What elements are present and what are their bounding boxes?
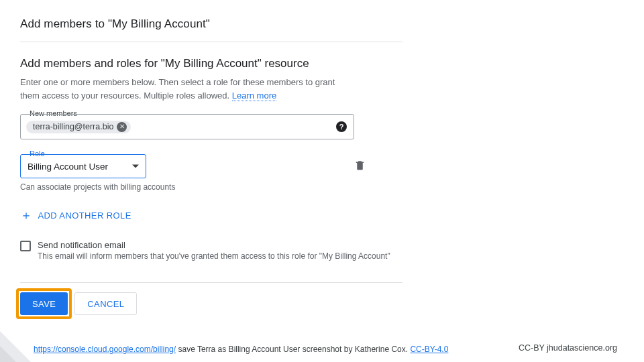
attribution-license-link[interactable]: CC-BY-4.0 [410, 345, 448, 354]
notification-desc: This email will inform members that you'… [38, 251, 390, 261]
role-selected-value: Billing Account User [28, 162, 108, 172]
page-corner-decoration [0, 331, 31, 362]
notification-label: Send notification email [38, 240, 390, 250]
new-members-input[interactable]: terra-billing@terra.bio ✕ ? [20, 114, 354, 139]
cc-right-text: CC-BY jhudatascience.org [519, 343, 617, 353]
notification-text: Send notification email This email will … [38, 240, 390, 261]
chevron-down-icon [132, 165, 139, 168]
plus-icon: ＋ [20, 209, 32, 221]
section-desc-text: Enter one or more members below. Then se… [20, 77, 335, 101]
role-select[interactable]: Billing Account User [20, 154, 146, 178]
attribution-text: https://console.cloud.google.com/billing… [34, 345, 448, 354]
add-another-role-button[interactable]: ＋ ADD ANOTHER ROLE [20, 209, 131, 221]
role-row: Role Billing Account User [20, 154, 402, 178]
dialog-title: Add members to "My Billing Account" [20, 17, 402, 42]
member-chip: terra-billing@terra.bio ✕ [26, 121, 131, 133]
add-another-role-label: ADD ANOTHER ROLE [38, 210, 131, 221]
help-icon[interactable]: ? [336, 121, 347, 132]
add-members-dialog: Add members to "My Billing Account" Add … [20, 17, 402, 315]
attribution-url[interactable]: https://console.cloud.google.com/billing… [34, 345, 176, 354]
notification-row: Send notification email This email will … [20, 240, 402, 261]
section-description: Enter one or more members below. Then se… [20, 76, 349, 102]
save-button[interactable]: SAVE [20, 292, 68, 315]
remove-chip-icon[interactable]: ✕ [117, 122, 127, 132]
send-notification-checkbox[interactable] [20, 241, 31, 251]
section-title: Add members and roles for "My Billing Ac… [20, 57, 402, 70]
member-chip-text: terra-billing@terra.bio [33, 122, 113, 131]
cancel-button[interactable]: CANCEL [74, 292, 137, 315]
role-hint: Can associate projects with billing acco… [20, 182, 402, 192]
new-members-field: New members terra-billing@terra.bio ✕ ? [20, 114, 402, 139]
learn-more-link[interactable]: Learn more [232, 90, 276, 101]
delete-role-icon[interactable] [354, 160, 366, 173]
dialog-actions: SAVE CANCEL [20, 282, 402, 315]
attribution-caption: save Terra as Billing Account User scree… [176, 345, 410, 354]
